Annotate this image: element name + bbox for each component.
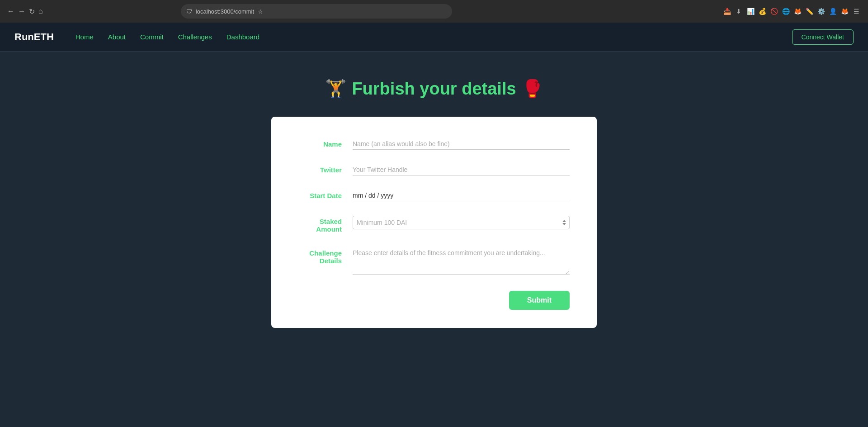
challenge-details-input-wrapper xyxy=(353,247,570,276)
block-icon[interactable]: 🚫 xyxy=(769,7,778,16)
forward-button[interactable]: → xyxy=(18,7,25,15)
form-row-staked-amount: StakedAmount xyxy=(298,216,570,233)
app-main: 🏋️ Furbish your details 🥊 Name Twitter S… xyxy=(0,52,868,427)
name-input-wrapper xyxy=(353,138,570,150)
extension2-icon[interactable]: 🦊 xyxy=(793,7,802,16)
challenge-details-input[interactable] xyxy=(353,247,570,275)
address-bar[interactable]: 🛡 localhost:3000/commit ☆ xyxy=(181,4,452,19)
refresh-button[interactable]: ↻ xyxy=(29,7,35,16)
start-date-input-wrapper xyxy=(353,190,570,201)
title-suffix-icon: 🥊 xyxy=(522,79,543,99)
app-nav: Home About Commit Challenges Dashboard xyxy=(75,33,259,41)
nav-home[interactable]: Home xyxy=(75,33,94,41)
app-header: RunETH Home About Commit Challenges Dash… xyxy=(0,23,868,52)
twitter-input[interactable] xyxy=(353,164,570,176)
title-text: Furbish your details xyxy=(352,79,516,99)
wallet-icon[interactable]: 💰 xyxy=(758,7,767,16)
title-prefix-icon: 🏋️ xyxy=(325,79,346,99)
avatar-icon[interactable]: 🦊 xyxy=(840,7,849,16)
start-date-label: Start Date xyxy=(298,190,353,199)
submit-button[interactable]: Submit xyxy=(509,291,570,310)
bookmark-icon[interactable]: ☆ xyxy=(258,8,263,15)
twitter-label: Twitter xyxy=(298,164,353,174)
browser-nav-icons: ← → ↻ ⌂ xyxy=(7,7,43,16)
nav-about[interactable]: About xyxy=(108,33,126,41)
pocket-icon[interactable]: 📥 xyxy=(722,7,731,16)
form-card: Name Twitter Start Date StakedAmount xyxy=(271,117,597,328)
form-row-twitter: Twitter xyxy=(298,164,570,176)
menu-icon[interactable]: ☰ xyxy=(852,7,861,16)
settings-icon[interactable]: ⚙️ xyxy=(816,7,826,16)
spinner-up[interactable] xyxy=(562,220,566,222)
staked-amount-input[interactable] xyxy=(353,216,570,229)
form-actions: Submit xyxy=(298,291,570,310)
home-button[interactable]: ⌂ xyxy=(38,7,43,15)
connect-wallet-button[interactable]: Connect Wallet xyxy=(792,29,854,45)
form-row-name: Name xyxy=(298,138,570,150)
name-label: Name xyxy=(298,138,353,148)
staked-amount-input-wrapper xyxy=(353,216,570,229)
shield-icon: 🛡 xyxy=(186,8,192,15)
page-title: 🏋️ Furbish your details 🥊 xyxy=(325,79,542,99)
extension3-icon[interactable]: ✏️ xyxy=(805,7,814,16)
download-icon[interactable]: ⬇ xyxy=(734,7,743,16)
challenge-details-label: ChallengeDetails xyxy=(298,247,353,265)
staked-amount-label: StakedAmount xyxy=(298,216,353,233)
reader-icon[interactable]: 📊 xyxy=(746,7,755,16)
nav-challenges[interactable]: Challenges xyxy=(178,33,212,41)
extension1-icon[interactable]: 🌐 xyxy=(781,7,790,16)
number-spinner[interactable] xyxy=(562,220,566,225)
start-date-input[interactable] xyxy=(353,190,570,201)
browser-toolbar-icons: 📥 ⬇ 📊 💰 🚫 🌐 🦊 ✏️ ⚙️ 👤 🦊 ☰ xyxy=(722,7,861,16)
twitter-input-wrapper xyxy=(353,164,570,176)
form-row-challenge-details: ChallengeDetails xyxy=(298,247,570,276)
back-button[interactable]: ← xyxy=(7,7,14,15)
number-input-wrapper xyxy=(353,216,570,229)
name-input[interactable] xyxy=(353,138,570,150)
nav-dashboard[interactable]: Dashboard xyxy=(226,33,259,41)
spinner-down[interactable] xyxy=(562,223,566,225)
app-logo: RunETH xyxy=(14,31,54,43)
url-text: localhost:3000/commit xyxy=(196,8,254,15)
nav-commit[interactable]: Commit xyxy=(140,33,164,41)
profile-icon[interactable]: 👤 xyxy=(828,7,837,16)
form-row-start-date: Start Date xyxy=(298,190,570,201)
browser-chrome: ← → ↻ ⌂ 🛡 localhost:3000/commit ☆ 📥 ⬇ 📊 … xyxy=(0,0,868,23)
